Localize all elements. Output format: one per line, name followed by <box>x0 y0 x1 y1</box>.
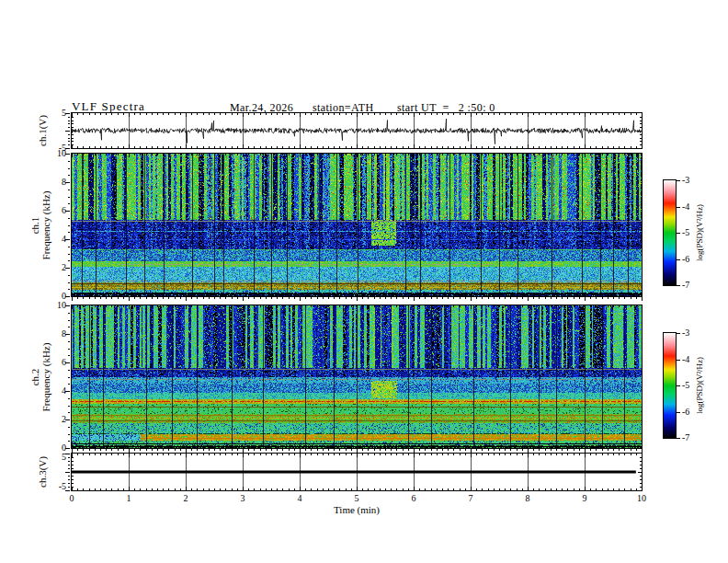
time-axis-title: Time (min) <box>334 504 380 515</box>
colorbar1-tick: -5 <box>682 228 689 237</box>
ch1-waveform-panel <box>71 112 643 149</box>
colorbar1-tick: -4 <box>682 202 689 212</box>
spec1-y-tick: 2 <box>39 263 66 272</box>
colorbar2-tick: -3 <box>682 328 689 338</box>
spec2-y-tick: 4 <box>39 386 66 396</box>
colorbar-ch1-label: log(PSD)(V²/Hz) <box>695 204 704 261</box>
spec1-y-tick: 10 <box>39 149 66 158</box>
colorbar2-tick: -4 <box>682 355 689 364</box>
time-tick-label: 8 <box>526 494 530 503</box>
colorbar2-tick: -7 <box>682 433 689 442</box>
colorbar1-tick: -7 <box>682 281 689 290</box>
vlf-spectra-figure: VLF Spectra Mar.24, 2026 station=ATH sta… <box>0 0 728 563</box>
time-tick-label: 7 <box>469 494 473 503</box>
colorbar-ch2 <box>663 332 677 439</box>
time-tick-label: 5 <box>355 494 359 503</box>
colorbar2-tick: -5 <box>682 381 689 390</box>
ch1-frequency-axis-title: ch.1 Frequency (kHz) <box>29 191 51 260</box>
time-tick-label: 9 <box>583 494 587 503</box>
ch2-spectrogram-plot <box>72 305 642 448</box>
spec2-y-tick: 6 <box>39 358 66 367</box>
time-tick-label: 10 <box>637 494 646 503</box>
spec2-y-tick: 10 <box>39 301 66 310</box>
ch1-voltage-axis-title: ch.1(V) <box>37 115 48 146</box>
ch2-frequency-axis-title: ch.2 Frequency (kHz) <box>29 343 51 412</box>
time-tick-label: 3 <box>241 494 245 503</box>
colorbar1-tick: -6 <box>682 255 689 264</box>
colorbar2-tick: -6 <box>682 408 689 417</box>
ch2-spectrogram-panel <box>71 304 643 449</box>
ch3-y-tick: 5 <box>39 453 66 462</box>
time-tick-label: 0 <box>70 494 74 503</box>
ch1-spectrogram-plot <box>72 154 642 296</box>
spec1-y-tick: 8 <box>39 178 66 187</box>
colorbar-ch2-label: log(PSD)(V²/Hz) <box>695 357 704 414</box>
wave-y-tick: 5 <box>39 109 66 118</box>
time-tick-label: 2 <box>184 494 188 503</box>
time-tick-label: 6 <box>412 494 416 503</box>
ch3-waveform-plot <box>72 454 642 490</box>
spec2-y-tick: 8 <box>39 329 66 339</box>
spec1-y-tick: 6 <box>39 206 66 215</box>
ch1-spectrogram-panel <box>71 153 643 297</box>
spec1-y-tick: 4 <box>39 235 66 244</box>
colorbar-ch1 <box>663 179 677 286</box>
ch3-waveform-panel <box>71 453 643 491</box>
spec2-y-tick: 2 <box>39 415 66 424</box>
ch3-y-tick: -5 <box>39 482 66 491</box>
ch1-waveform-plot <box>72 113 642 148</box>
time-tick-label: 1 <box>127 494 131 503</box>
colorbar1-tick: -3 <box>682 176 689 185</box>
time-tick-label: 4 <box>298 494 302 503</box>
